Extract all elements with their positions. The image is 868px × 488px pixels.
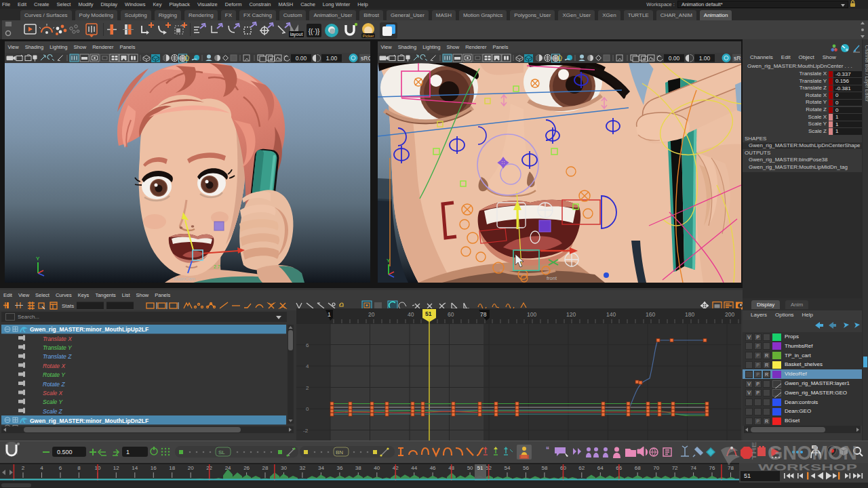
svg-text:sRGB g:: sRGB g: (361, 55, 370, 62)
svg-text:54: 54 (505, 465, 511, 471)
svg-text:76: 76 (709, 465, 715, 471)
svg-text:2.7: 2.7 (214, 264, 220, 269)
svg-text:160: 160 (646, 311, 655, 318)
svg-text:200: 200 (725, 311, 734, 318)
svg-text:44: 44 (411, 465, 417, 471)
svg-text:Y: Y (387, 258, 391, 264)
svg-text:2: 2 (22, 465, 25, 471)
svg-text:Gwen_rig_MASTER:minor_MouthLip: Gwen_rig_MASTER:minor_MouthLipUp2LF (30, 326, 149, 333)
svg-text:Stats: Stats (62, 303, 74, 309)
svg-text:sRGB g: sRGB g (734, 55, 741, 62)
svg-text:6: 6 (306, 342, 309, 348)
svg-text:Translate Y: Translate Y (43, 344, 73, 351)
svg-text:BN: BN (336, 449, 343, 455)
svg-text:51: 51 (477, 465, 484, 471)
svg-text:56: 56 (523, 465, 529, 471)
svg-text:140: 140 (606, 311, 616, 318)
svg-text:16: 16 (151, 465, 157, 471)
svg-text:Translate X: Translate X (43, 336, 72, 342)
svg-text:Scale Y: Scale Y (43, 399, 63, 405)
svg-text:1: 1 (328, 311, 331, 318)
svg-text:60: 60 (448, 311, 454, 318)
svg-text:2: 2 (306, 385, 309, 391)
svg-text:Rotate X: Rotate X (43, 363, 65, 369)
svg-text:20: 20 (188, 465, 194, 471)
svg-text:18: 18 (169, 465, 175, 471)
svg-text:51: 51 (425, 310, 432, 317)
svg-text:-2: -2 (303, 428, 309, 434)
svg-text:6: 6 (59, 465, 62, 471)
svg-text:0: 0 (306, 406, 309, 412)
svg-text:36: 36 (336, 465, 342, 471)
svg-text:50: 50 (467, 465, 473, 471)
svg-text:46: 46 (430, 465, 436, 471)
svg-text:20: 20 (368, 311, 375, 318)
svg-text:Y: Y (36, 256, 40, 262)
svg-text:74: 74 (690, 465, 696, 471)
svg-text:14: 14 (132, 465, 138, 471)
svg-text:Translate Z: Translate Z (43, 353, 72, 360)
svg-text:30: 30 (281, 465, 287, 471)
svg-text:Rotate Y: Rotate Y (43, 371, 66, 378)
svg-text:58: 58 (541, 465, 547, 471)
svg-text:SL: SL (218, 449, 225, 455)
svg-text:1: 1 (126, 449, 130, 455)
svg-text:Gwen_rig_MASTER:minor_MouthLip: Gwen_rig_MASTER:minor_MouthLipDn2LF (30, 418, 149, 424)
svg-text:layout: layout (290, 32, 303, 37)
svg-text:4: 4 (40, 465, 43, 471)
svg-text:12: 12 (113, 465, 119, 471)
svg-text:28: 28 (262, 465, 269, 471)
svg-text:72: 72 (672, 465, 678, 471)
svg-text:78: 78 (480, 311, 487, 318)
svg-text:MainCam: MainCam (174, 276, 195, 282)
svg-text:Picker: Picker (363, 34, 374, 38)
svg-text:8: 8 (77, 465, 81, 471)
svg-text:0.500: 0.500 (57, 449, 73, 455)
svg-text:4: 4 (306, 363, 309, 369)
svg-text:{(·)}: {(·)} (309, 28, 320, 35)
svg-text:62: 62 (578, 465, 585, 471)
svg-text:front: front (547, 275, 557, 281)
svg-text:Scale Z: Scale Z (43, 408, 63, 415)
svg-text:34: 34 (318, 465, 324, 471)
svg-text:32: 32 (299, 465, 305, 471)
svg-text:26: 26 (243, 465, 250, 471)
svg-text:64: 64 (597, 465, 604, 471)
svg-text:78: 78 (728, 465, 734, 471)
svg-text:180: 180 (685, 311, 694, 318)
svg-text:Rotate Z: Rotate Z (43, 381, 65, 388)
svg-text:120: 120 (566, 311, 576, 318)
svg-text:100: 100 (527, 311, 536, 318)
svg-text:40: 40 (408, 311, 414, 318)
svg-text:“: “ (546, 446, 549, 453)
svg-text:40: 40 (374, 465, 380, 471)
svg-text:38: 38 (355, 465, 361, 471)
svg-text:68: 68 (635, 465, 641, 471)
svg-text:70: 70 (653, 465, 659, 471)
svg-text:Scale X: Scale X (43, 390, 63, 396)
